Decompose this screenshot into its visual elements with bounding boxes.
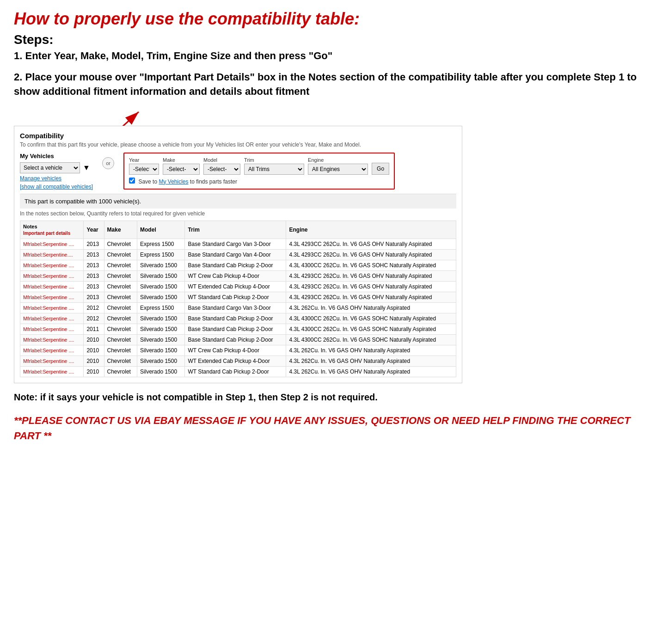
cell-year: 2013 [84,292,104,302]
trim-select[interactable]: All Trims [244,164,304,175]
col-trim: Trim [185,221,286,239]
compatibility-title: Compatibility [20,132,456,140]
cell-make: Chevrolet [104,292,137,302]
cell-notes: Mfrlabel:Serpentine .... [20,313,84,324]
cell-trim: Base Standard Cab Pickup 2-Door [185,324,286,334]
cell-engine: 4.3L 4300CC 262Cu. In. V6 GAS SOHC Natur… [286,313,456,324]
save-row: Save to My Vehicles to finds parts faste… [129,178,389,185]
cell-trim: Base Standard Cargo Van 4-Door [185,249,286,260]
table-row: Mfrlabel:Serpentine ....2011ChevroletSil… [20,324,456,334]
note-text: Note: if it says your vehicle is not com… [14,391,462,404]
cell-model: Silverado 1500 [137,281,185,292]
engine-field: Engine All Engines [308,157,368,175]
cell-model: Silverado 1500 [137,270,185,281]
vehicle-select[interactable]: Select a vehicle [20,162,80,173]
table-row: Mfrlabel:Serpentine ....2013ChevroletSil… [20,270,456,281]
table-row: Mfrlabel:Serpentine ....2010ChevroletSil… [20,366,456,377]
col-make: Make [104,221,137,239]
col-model: Model [137,221,185,239]
cell-trim: WT Crew Cab Pickup 4-Door [185,270,286,281]
my-vehicles-column: My Vehicles Select a vehicle ▼ Manage ve… [20,153,93,190]
cell-make: Chevrolet [104,302,137,313]
cell-year: 2012 [84,302,104,313]
cell-year: 2011 [84,324,104,334]
save-text: Save to [138,178,157,185]
table-row: Mfrlabel:Serpentine ....2012ChevroletExp… [20,302,456,313]
cell-year: 2010 [84,345,104,356]
cell-trim: WT Extended Cab Pickup 4-Door [185,356,286,366]
go-button[interactable]: Go [372,163,389,175]
cell-engine: 4.3L 4293CC 262Cu. In. V6 GAS OHV Natura… [286,239,456,249]
cell-model: Silverado 1500 [137,292,185,302]
cell-model: Silverado 1500 [137,356,185,366]
year-select[interactable]: -Select- [129,164,159,175]
save-checkbox[interactable] [129,178,135,184]
cell-engine: 4.3L 4293CC 262Cu. In. V6 GAS OHV Natura… [286,292,456,302]
year-label: Year [129,157,159,163]
table-header-row: Notes Important part details Year Make M… [20,221,456,239]
table-row: Mfrlabel:Serpentine ....2013ChevroletSil… [20,281,456,292]
my-vehicles-label: My Vehicles [20,153,93,159]
notes-sub: Important part details [23,231,70,236]
cell-trim: WT Standard Cab Pickup 2-Door [185,292,286,302]
cell-notes: Mfrlabel:Serpentine .... [20,292,84,302]
table-row: Mfrlabel:Serpentine ....2013ChevroletSil… [20,292,456,302]
cell-model: Silverado 1500 [137,260,185,270]
model-label: Model [203,157,240,163]
table-row: Mfrlabel:Serpentine....2013ChevroletExpr… [20,249,456,260]
cell-make: Chevrolet [104,345,137,356]
trim-field: Trim All Trims [244,157,304,175]
cell-model: Silverado 1500 [137,334,185,345]
make-label: Make [163,157,200,163]
cell-make: Chevrolet [104,260,137,270]
cell-model: Silverado 1500 [137,313,185,324]
cell-trim: Base Standard Cab Pickup 2-Door [185,313,286,324]
cell-engine: 4.3L 262Cu. In. V6 GAS OHV Naturally Asp… [286,302,456,313]
col-engine: Engine [286,221,456,239]
engine-select[interactable]: All Engines [308,164,368,175]
cell-make: Chevrolet [104,366,137,377]
cell-model: Silverado 1500 [137,366,185,377]
cell-notes: Mfrlabel:Serpentine.... [20,249,84,260]
model-select[interactable]: -Select- [203,164,240,175]
cell-year: 2010 [84,356,104,366]
cell-trim: Base Standard Cab Pickup 2-Door [185,334,286,345]
cell-notes: Mfrlabel:Serpentine .... [20,270,84,281]
ymm-section: Year -Select- Make -Select- Model -Selec… [123,153,395,190]
cell-notes: Mfrlabel:Serpentine .... [20,366,84,377]
cell-engine: 4.3L 4293CC 262Cu. In. V6 GAS OHV Natura… [286,270,456,281]
year-field: Year -Select- [129,157,159,175]
cell-engine: 4.3L 4300CC 262Cu. In. V6 GAS SOHC Natur… [286,260,456,270]
compatibility-subtitle: To confirm that this part fits your vehi… [20,141,456,148]
compatibility-table: Notes Important part details Year Make M… [20,221,456,377]
cell-notes: Mfrlabel:Serpentine .... [20,260,84,270]
cell-make: Chevrolet [104,281,137,292]
cell-notes: Mfrlabel:Serpentine .... [20,356,84,366]
trim-label: Trim [244,157,304,163]
cell-model: Silverado 1500 [137,324,185,334]
or-label: or [102,157,114,169]
cell-year: 2013 [84,249,104,260]
cell-make: Chevrolet [104,356,137,366]
cell-year: 2012 [84,313,104,324]
page-title: How to properly use the compatibility ta… [14,9,654,29]
make-select[interactable]: -Select- [163,164,200,175]
table-row: Mfrlabel:Serpentine ....2010ChevroletSil… [20,356,456,366]
notes-header: Notes [23,224,37,229]
cell-engine: 4.3L 262Cu. In. V6 GAS OHV Naturally Asp… [286,366,456,377]
cell-make: Chevrolet [104,239,137,249]
cell-engine: 4.3L 4293CC 262Cu. In. V6 GAS OHV Natura… [286,249,456,260]
cell-year: 2013 [84,270,104,281]
cell-model: Express 1500 [137,239,185,249]
col-year: Year [84,221,104,239]
cell-model: Express 1500 [137,249,185,260]
cell-notes: Mfrlabel:Serpentine .... [20,324,84,334]
cell-year: 2013 [84,239,104,249]
cell-notes: Mfrlabel:Serpentine .... [20,302,84,313]
my-vehicles-link[interactable]: My Vehicles [159,178,188,185]
table-row: Mfrlabel:Serpentine ....2013ChevroletSil… [20,260,456,270]
manage-vehicles-link[interactable]: Manage vehicles [20,175,93,182]
compat-count: This part is compatible with 1000 vehicl… [20,194,456,209]
show-all-link[interactable]: [show all compatible vehicles] [20,184,93,190]
cell-engine: 4.3L 4300CC 262Cu. In. V6 GAS SOHC Natur… [286,334,456,345]
